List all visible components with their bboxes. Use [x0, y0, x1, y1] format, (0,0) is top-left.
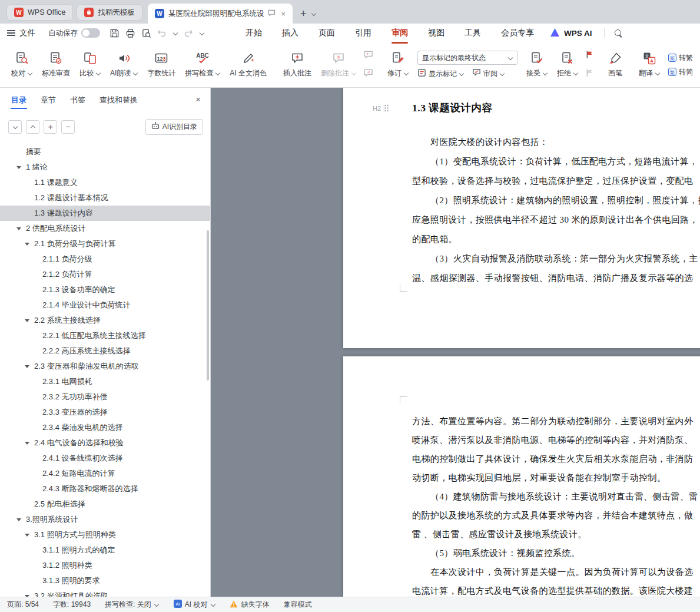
toc-item[interactable]: 2.3.4 柴油发电机的选择 [0, 420, 210, 435]
toc-item[interactable]: 2.1 负荷分级与负荷计算 [0, 236, 210, 252]
traditional-to-simplified-button[interactable]: 繁 转简 [668, 67, 693, 77]
toc-item[interactable]: 3.1.1 照明方式的确定 [0, 542, 210, 558]
document-text-line[interactable]: 温、感烟探测器、手动报警按钮、消防电话、消防广播及复示器等的选 [343, 269, 700, 288]
toc-item[interactable]: 1.1 课题意义 [0, 175, 210, 190]
ink-pen-button[interactable]: 画笔 [604, 48, 626, 81]
panel-scrollbar-thumb[interactable] [207, 230, 209, 381]
menu-item-插入[interactable]: 插入 [281, 24, 300, 42]
simplified-to-traditional-button[interactable]: 简 转繁 [668, 53, 693, 63]
collapse-triangle-icon[interactable] [16, 166, 21, 169]
document-page-2[interactable]: 方法、布置位置等内容。第二部分为联动控制部分，主要说明对室内外喷淋泵、潜污泵以及… [343, 356, 700, 597]
document-text-line[interactable]: （4）建筑物防雷与接地系统设计：主要说明对直击雷、侧击雷、雷 [343, 487, 700, 506]
document-text-line[interactable]: 喷淋泵、潜污泵以及非消防电源、电梯等的控制等内容，并对消防泵、 [343, 431, 700, 449]
show-markup-button[interactable]: 显示标记 [417, 68, 464, 79]
document-text-line[interactable]: （5）弱电系统设计：视频监控系统。 [343, 544, 700, 563]
toc-item[interactable]: 2.4 电气设备的选择和校验 [0, 435, 210, 451]
document-text-line[interactable]: （1）变配电系统设计：负荷计算，低压配电方式，短路电流计算， [343, 152, 700, 171]
document-text-line[interactable]: （3）火灾自动报警及消防联动系统：第一部分为火灾报警系统，主 [343, 249, 700, 269]
collapse-triangle-icon[interactable] [25, 243, 29, 246]
menu-item-视图[interactable]: 视图 [427, 24, 446, 42]
reviewers-button[interactable]: 审阅 [472, 68, 505, 79]
standard-review-button[interactable]: 标准审查 [38, 48, 74, 81]
undo-dropdown-chevron-icon[interactable] [172, 31, 178, 36]
toc-item[interactable]: 2.4.2 短路电流的计算 [0, 466, 210, 481]
toc-item[interactable]: 2.4.1 设备线缆初次选择 [0, 451, 210, 466]
compare-button[interactable]: 比较 [75, 48, 105, 81]
menu-item-审阅[interactable]: 审阅 [390, 24, 409, 42]
menu-item-开始[interactable]: 开始 [244, 24, 263, 42]
word-count-indicator[interactable]: 字数: 19943 [53, 600, 91, 610]
tab-document-active[interactable]: W 某医院住院部照明配电系统设 × [148, 4, 293, 24]
toc-item[interactable]: 1 绪论 [0, 160, 210, 175]
ai-read-aloud-button[interactable]: AI朗读 [106, 48, 142, 81]
missing-font-warning[interactable]: 缺失字体 [230, 600, 269, 610]
spell-check-button[interactable]: ABC 拼写检查 [181, 48, 224, 81]
toc-item[interactable]: 摘要 [0, 144, 210, 160]
toc-item[interactable]: 3.1.2 照明种类 [0, 558, 210, 573]
next-comment-icon[interactable] [363, 68, 373, 80]
undo-button[interactable] [157, 28, 167, 38]
menu-item-会员专享[interactable]: 会员专享 [500, 24, 535, 42]
collapse-triangle-icon[interactable] [25, 534, 29, 537]
markup-state-select[interactable]: 显示标记的最终状态 [417, 51, 517, 65]
comment-bubble-icon[interactable] [268, 9, 276, 18]
autosave-toggle[interactable] [81, 28, 100, 38]
zoom-in-outline-button[interactable]: ＋ [44, 120, 57, 134]
track-changes-button[interactable]: 修订 [383, 48, 413, 81]
previous-comment-icon[interactable] [363, 50, 373, 61]
redo-dropdown-chevron-icon[interactable] [199, 31, 204, 36]
tab-list-chevron-icon[interactable] [311, 11, 316, 16]
close-panel-icon[interactable]: × [195, 94, 201, 104]
toc-item[interactable]: 2.1.1 负荷分级 [0, 252, 210, 267]
document-text-line[interactable]: 的配电箱。 [343, 230, 700, 249]
document-page-1[interactable]: H2 1.3 课题设计内容 对医院大楼的设计内容包括：（1）变配电系统设计：负荷… [343, 88, 700, 348]
toc-item[interactable]: 2.2.1 低压配电系统主接线选择 [0, 328, 210, 343]
accept-change-button[interactable]: 接受 [522, 48, 552, 81]
redo-button[interactable] [184, 28, 193, 38]
toc-item[interactable]: 2.1.3 设备功率的确定 [0, 282, 210, 297]
toc-item[interactable]: 2.2 系统主接线选择 [0, 313, 210, 328]
toc-item[interactable]: 3.照明系统设计 [0, 512, 210, 527]
collapse-triangle-icon[interactable] [25, 365, 29, 368]
toc-item[interactable]: 2.4.3 断路器和熔断器的选择 [0, 481, 210, 497]
toc-item[interactable]: 2.5 配电柜选择 [0, 497, 210, 512]
toc-item[interactable]: 2.1.4 毕业设计中负荷统计 [0, 297, 210, 313]
collapse-triangle-icon[interactable] [25, 319, 29, 322]
print-button[interactable] [125, 28, 135, 38]
document-text-line[interactable]: 在本次设计中，负荷计算是关键一点。因为负荷计算可以为设备选 [343, 563, 700, 581]
document-text-line[interactable]: 动切断，电梯实现回归地层，对重要设备能在控制室手动控制。 [343, 468, 700, 487]
tab-docer-templates[interactable]: 找稻壳模板 [77, 4, 142, 21]
heading-level-marker[interactable]: H2 [373, 104, 389, 112]
toc-item[interactable]: 2.1.2 负荷计算 [0, 267, 210, 282]
toc-item[interactable]: 3.1.3 照明的要求 [0, 573, 210, 588]
collapse-triangle-icon[interactable] [25, 442, 29, 445]
toc-item[interactable]: 1.3 课题设计内容 [0, 206, 210, 221]
collapse-triangle-icon[interactable] [16, 518, 21, 521]
new-tab-button[interactable]: + [300, 8, 307, 19]
toc-item[interactable]: 2 供配电系统设计 [0, 221, 210, 236]
compat-mode-indicator[interactable]: 兼容模式 [283, 600, 311, 610]
save-button[interactable] [110, 28, 120, 38]
menu-item-页面[interactable]: 页面 [317, 24, 336, 42]
word-count-button[interactable]: 123 字数统计 [143, 48, 180, 81]
print-preview-button[interactable] [141, 28, 151, 38]
next-change-flag-icon[interactable] [585, 68, 594, 80]
ai-polish-button[interactable]: AI 全文润色 [225, 48, 271, 81]
panel-tab-chapters[interactable]: 章节 [40, 89, 57, 111]
wps-ai-button[interactable]: WPS AI [550, 28, 592, 38]
document-text-line[interactable]: 应急照明设计，按照供电半径不超过 30 米的原则设计出各个供电回路， [343, 210, 700, 230]
close-tab-icon[interactable]: × [281, 9, 286, 18]
document-text-line[interactable]: 型和校验，设备选择与校验，过电流保护整定，过压保护设置，变配电 [343, 171, 700, 191]
proofread-button[interactable]: 校对 [7, 48, 37, 81]
document-text-line[interactable]: 电梯的控制做出了具体设计，确保发生火灾后相关水泵能启动，非消防 [343, 449, 700, 468]
toc-item[interactable]: 2.3.1 电网损耗 [0, 374, 210, 389]
menu-item-引用[interactable]: 引用 [354, 24, 373, 42]
menu-item-工具[interactable]: 工具 [463, 24, 482, 42]
document-text-line[interactable]: 的防护以及接地系统的方式及具体要求等内容，并结合本建筑特点，做 [343, 506, 700, 525]
panel-tab-find-replace[interactable]: 查找和替换 [99, 89, 138, 111]
document-text-line[interactable]: 方法、布置位置等内容。第二部分为联动控制部分，主要说明对室内外 [343, 412, 700, 431]
tab-wps-office[interactable]: W WPS Office [6, 4, 73, 21]
panel-tab-bookmarks[interactable]: 书签 [69, 89, 86, 111]
toc-item[interactable]: 1.2 课题设计基本情况 [0, 190, 210, 206]
section-heading[interactable]: 1.3 课题设计内容 [412, 101, 492, 115]
